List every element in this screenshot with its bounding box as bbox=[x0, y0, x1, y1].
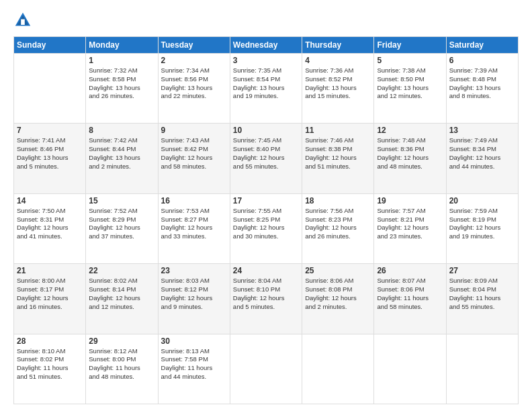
day-number: 26 bbox=[377, 266, 443, 275]
day-number: 9 bbox=[161, 126, 227, 135]
calendar-cell bbox=[374, 334, 446, 404]
calendar-cell: 4Sunrise: 7:36 AM Sunset: 8:52 PM Daylig… bbox=[302, 54, 374, 124]
day-info: Sunrise: 7:48 AM Sunset: 8:36 PM Dayligh… bbox=[377, 136, 443, 171]
calendar-day-header: Tuesday bbox=[158, 37, 230, 54]
day-info: Sunrise: 7:49 AM Sunset: 8:34 PM Dayligh… bbox=[449, 136, 515, 171]
day-info: Sunrise: 7:55 AM Sunset: 8:25 PM Dayligh… bbox=[233, 207, 299, 241]
calendar-cell: 2Sunrise: 7:34 AM Sunset: 8:56 PM Daylig… bbox=[158, 54, 230, 124]
day-info: Sunrise: 7:57 AM Sunset: 8:21 PM Dayligh… bbox=[377, 207, 443, 241]
day-info: Sunrise: 7:53 AM Sunset: 8:27 PM Dayligh… bbox=[161, 207, 227, 241]
day-number: 4 bbox=[305, 56, 371, 65]
calendar-week-row: 21Sunrise: 8:00 AM Sunset: 8:17 PM Dayli… bbox=[14, 264, 519, 334]
day-number: 18 bbox=[305, 196, 371, 205]
day-info: Sunrise: 8:03 AM Sunset: 8:12 PM Dayligh… bbox=[161, 277, 227, 311]
day-number: 10 bbox=[233, 126, 299, 135]
day-number: 8 bbox=[89, 126, 154, 135]
calendar-cell: 22Sunrise: 8:02 AM Sunset: 8:14 PM Dayli… bbox=[86, 264, 158, 334]
calendar-cell bbox=[302, 334, 374, 404]
calendar-cell: 21Sunrise: 8:00 AM Sunset: 8:17 PM Dayli… bbox=[14, 264, 86, 334]
day-number: 21 bbox=[17, 266, 83, 275]
day-info: Sunrise: 7:35 AM Sunset: 8:54 PM Dayligh… bbox=[233, 66, 299, 101]
calendar-day-header: Monday bbox=[86, 37, 158, 54]
calendar-table: SundayMondayTuesdayWednesdayThursdayFrid… bbox=[13, 36, 519, 404]
day-info: Sunrise: 7:39 AM Sunset: 8:48 PM Dayligh… bbox=[449, 66, 515, 101]
day-number: 23 bbox=[161, 266, 227, 275]
day-number: 25 bbox=[305, 266, 371, 275]
calendar-cell: 28Sunrise: 8:10 AM Sunset: 8:02 PM Dayli… bbox=[14, 334, 86, 404]
calendar-cell: 25Sunrise: 8:06 AM Sunset: 8:08 PM Dayli… bbox=[302, 264, 374, 334]
calendar-cell: 26Sunrise: 8:07 AM Sunset: 8:06 PM Dayli… bbox=[374, 264, 446, 334]
calendar-cell: 20Sunrise: 7:59 AM Sunset: 8:19 PM Dayli… bbox=[446, 193, 518, 263]
calendar-cell: 29Sunrise: 8:12 AM Sunset: 8:00 PM Dayli… bbox=[86, 334, 158, 404]
day-info: Sunrise: 8:10 AM Sunset: 8:02 PM Dayligh… bbox=[17, 347, 83, 381]
day-number: 22 bbox=[89, 266, 154, 275]
calendar-day-header: Wednesday bbox=[230, 37, 302, 54]
day-info: Sunrise: 8:13 AM Sunset: 7:58 PM Dayligh… bbox=[161, 347, 227, 381]
day-number: 6 bbox=[449, 56, 515, 65]
day-number: 29 bbox=[89, 336, 154, 346]
day-number: 19 bbox=[377, 196, 443, 205]
day-number: 16 bbox=[161, 196, 227, 205]
day-number: 20 bbox=[449, 196, 515, 205]
calendar-day-header: Sunday bbox=[14, 37, 86, 54]
day-number: 13 bbox=[449, 126, 515, 135]
day-number: 27 bbox=[449, 266, 515, 275]
day-info: Sunrise: 7:45 AM Sunset: 8:40 PM Dayligh… bbox=[233, 136, 299, 171]
day-info: Sunrise: 7:34 AM Sunset: 8:56 PM Dayligh… bbox=[161, 66, 227, 101]
calendar-header-row: SundayMondayTuesdayWednesdayThursdayFrid… bbox=[14, 37, 519, 54]
calendar-day-header: Saturday bbox=[446, 37, 518, 54]
day-number: 1 bbox=[89, 56, 154, 65]
calendar-week-row: 28Sunrise: 8:10 AM Sunset: 8:02 PM Dayli… bbox=[14, 334, 519, 404]
calendar-cell: 12Sunrise: 7:48 AM Sunset: 8:36 PM Dayli… bbox=[374, 124, 446, 193]
header bbox=[13, 11, 519, 30]
calendar-week-row: 14Sunrise: 7:50 AM Sunset: 8:31 PM Dayli… bbox=[14, 193, 519, 263]
day-info: Sunrise: 7:36 AM Sunset: 8:52 PM Dayligh… bbox=[305, 66, 371, 101]
calendar-cell: 23Sunrise: 8:03 AM Sunset: 8:12 PM Dayli… bbox=[158, 264, 230, 334]
day-info: Sunrise: 7:56 AM Sunset: 8:23 PM Dayligh… bbox=[305, 207, 371, 241]
calendar-cell bbox=[230, 334, 302, 404]
calendar-cell: 8Sunrise: 7:42 AM Sunset: 8:44 PM Daylig… bbox=[86, 124, 158, 193]
day-info: Sunrise: 8:09 AM Sunset: 8:04 PM Dayligh… bbox=[449, 277, 515, 311]
day-info: Sunrise: 7:52 AM Sunset: 8:29 PM Dayligh… bbox=[89, 207, 154, 241]
day-number: 12 bbox=[377, 126, 443, 135]
day-info: Sunrise: 7:42 AM Sunset: 8:44 PM Dayligh… bbox=[89, 136, 154, 171]
calendar-cell: 30Sunrise: 8:13 AM Sunset: 7:58 PM Dayli… bbox=[158, 334, 230, 404]
day-number: 24 bbox=[233, 266, 299, 275]
calendar-cell bbox=[446, 334, 518, 404]
day-info: Sunrise: 8:00 AM Sunset: 8:17 PM Dayligh… bbox=[17, 277, 83, 311]
day-info: Sunrise: 7:59 AM Sunset: 8:19 PM Dayligh… bbox=[449, 207, 515, 241]
calendar-week-row: 7Sunrise: 7:41 AM Sunset: 8:46 PM Daylig… bbox=[14, 124, 519, 193]
calendar-cell: 15Sunrise: 7:52 AM Sunset: 8:29 PM Dayli… bbox=[86, 193, 158, 263]
day-info: Sunrise: 8:06 AM Sunset: 8:08 PM Dayligh… bbox=[305, 277, 371, 311]
logo-icon bbox=[13, 11, 32, 30]
day-number: 3 bbox=[233, 56, 299, 65]
day-info: Sunrise: 7:41 AM Sunset: 8:46 PM Dayligh… bbox=[17, 136, 83, 171]
calendar-cell: 19Sunrise: 7:57 AM Sunset: 8:21 PM Dayli… bbox=[374, 193, 446, 263]
calendar-cell: 10Sunrise: 7:45 AM Sunset: 8:40 PM Dayli… bbox=[230, 124, 302, 193]
day-number: 11 bbox=[305, 126, 371, 135]
day-info: Sunrise: 7:32 AM Sunset: 8:58 PM Dayligh… bbox=[89, 66, 154, 101]
calendar-cell: 17Sunrise: 7:55 AM Sunset: 8:25 PM Dayli… bbox=[230, 193, 302, 263]
day-info: Sunrise: 7:46 AM Sunset: 8:38 PM Dayligh… bbox=[305, 136, 371, 171]
svg-rect-2 bbox=[21, 19, 25, 25]
page: SundayMondayTuesdayWednesdayThursdayFrid… bbox=[0, 0, 532, 411]
calendar-cell: 6Sunrise: 7:39 AM Sunset: 8:48 PM Daylig… bbox=[446, 54, 518, 124]
calendar-cell: 7Sunrise: 7:41 AM Sunset: 8:46 PM Daylig… bbox=[14, 124, 86, 193]
day-info: Sunrise: 7:43 AM Sunset: 8:42 PM Dayligh… bbox=[161, 136, 227, 171]
calendar-cell: 24Sunrise: 8:04 AM Sunset: 8:10 PM Dayli… bbox=[230, 264, 302, 334]
logo bbox=[13, 11, 35, 30]
day-info: Sunrise: 8:02 AM Sunset: 8:14 PM Dayligh… bbox=[89, 277, 154, 311]
day-number: 2 bbox=[161, 56, 227, 65]
calendar-cell: 18Sunrise: 7:56 AM Sunset: 8:23 PM Dayli… bbox=[302, 193, 374, 263]
day-number: 30 bbox=[161, 336, 227, 346]
day-info: Sunrise: 8:07 AM Sunset: 8:06 PM Dayligh… bbox=[377, 277, 443, 311]
day-number: 17 bbox=[233, 196, 299, 205]
day-number: 28 bbox=[17, 336, 83, 346]
calendar-cell: 16Sunrise: 7:53 AM Sunset: 8:27 PM Dayli… bbox=[158, 193, 230, 263]
calendar-cell: 13Sunrise: 7:49 AM Sunset: 8:34 PM Dayli… bbox=[446, 124, 518, 193]
calendar-day-header: Thursday bbox=[302, 37, 374, 54]
calendar-cell: 9Sunrise: 7:43 AM Sunset: 8:42 PM Daylig… bbox=[158, 124, 230, 193]
day-info: Sunrise: 8:12 AM Sunset: 8:00 PM Dayligh… bbox=[89, 347, 154, 381]
day-number: 15 bbox=[89, 196, 154, 205]
day-info: Sunrise: 7:38 AM Sunset: 8:50 PM Dayligh… bbox=[377, 66, 443, 101]
